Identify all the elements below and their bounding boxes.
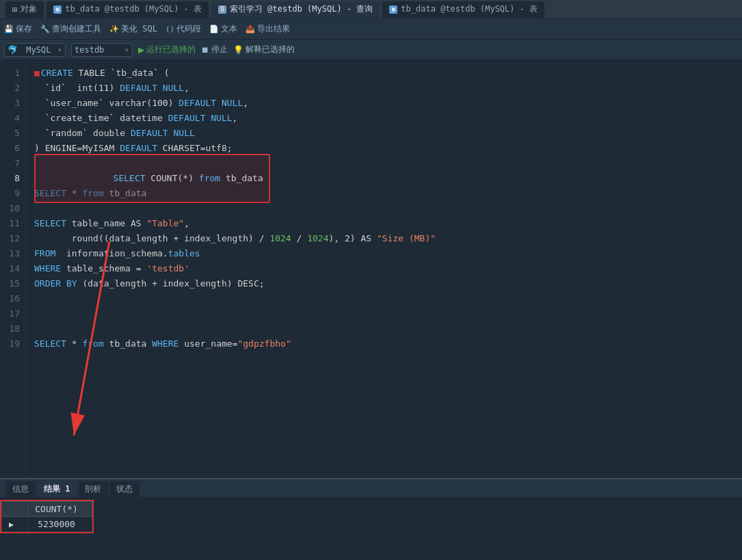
code-line-5: `random` double DEFAULT NULL xyxy=(34,126,742,141)
objects-icon: ⊞ xyxy=(12,5,17,14)
tab-info[interactable]: 信息 xyxy=(5,481,36,497)
row-number: ▶ xyxy=(2,517,28,532)
tab-query[interactable]: Q 索引学习 @testdb (MySQL) - 查询 xyxy=(211,1,380,18)
code-snippet-button[interactable]: () 代码段 xyxy=(165,23,201,35)
code-line-9: SELECT * from tb_data xyxy=(34,186,742,201)
database-select[interactable]: testdb ▾ xyxy=(71,43,133,57)
result-table: COUNT(*) ▶ 5230000 xyxy=(1,501,92,532)
chevron-icon2: ▾ xyxy=(124,45,129,55)
beautify-icon: ✨ xyxy=(109,25,119,34)
save-icon: 💾 xyxy=(4,25,14,34)
tab-table1[interactable]: ▦ tb_data @testdb (MySQL) - 表 xyxy=(47,1,209,18)
table-icon2: ▦ xyxy=(389,5,397,14)
save-button[interactable]: 💾 保存 xyxy=(4,23,32,35)
bottom-tabs: 信息 结果 1 剖析 状态 xyxy=(0,479,742,497)
tab-table2[interactable]: ▦ tb_data @testdb (MySQL) - 表 xyxy=(382,1,544,18)
row-number-header xyxy=(2,502,28,517)
code-line-8: SELECT COUNT(*) from tb_data xyxy=(34,171,742,186)
export-button[interactable]: 📤 导出结果 xyxy=(246,23,290,35)
code-line-10 xyxy=(34,201,742,216)
table-header-row: COUNT(*) xyxy=(2,502,92,517)
code-line-17 xyxy=(34,306,742,321)
query-icon: Q xyxy=(218,5,226,14)
code-line-1: ■CREATE TABLE `tb_data` ( xyxy=(34,66,742,81)
query-builder-icon: 🔧 xyxy=(40,25,50,34)
code-line-15: ORDER BY (data_length + index_length) DE… xyxy=(34,276,742,291)
text-button[interactable]: 📄 文本 xyxy=(209,23,237,35)
result-highlight-box: COUNT(*) ▶ 5230000 xyxy=(0,500,94,533)
code-line-12: round((data_length + index_length) / 102… xyxy=(34,231,742,246)
count-value: 5230000 xyxy=(28,517,92,532)
code-line-3: `user_name` varchar(100) DEFAULT NULL, xyxy=(34,96,742,111)
run-icon: ▶ xyxy=(138,45,144,55)
tab-objects[interactable]: ⊞ 对象 xyxy=(5,1,44,18)
tab-result-1[interactable]: 结果 1 xyxy=(37,481,77,497)
table-icon: ▦ xyxy=(53,5,62,14)
code-line-11: SELECT table_name AS "Table", xyxy=(34,216,742,231)
code-icon: () xyxy=(165,25,174,34)
bottom-panel: 信息 结果 1 剖析 状态 COUNT(*) xyxy=(0,478,742,560)
engine-select[interactable]: 🐬 MySQL ▾ xyxy=(4,43,66,57)
explain-button[interactable]: 💡 解释已选择的 xyxy=(233,44,295,55)
table-row: ▶ 5230000 xyxy=(2,517,92,532)
tab-status[interactable]: 状态 xyxy=(109,481,140,497)
db-toolbar: 🐬 MySQL ▾ testdb ▾ ▶ 运行已选择的 ⏹ 停止 💡 解释已选择… xyxy=(0,40,742,60)
export-icon: 📤 xyxy=(246,25,255,34)
beautify-button[interactable]: ✨ 美化 SQL xyxy=(109,23,157,35)
text-icon: 📄 xyxy=(209,25,219,34)
code-line-18 xyxy=(34,321,742,336)
explain-icon: 💡 xyxy=(233,45,243,55)
code-line-16 xyxy=(34,291,742,306)
title-bar: ⊞ 对象 ▦ tb_data @testdb (MySQL) - 表 Q 索引学… xyxy=(0,0,742,19)
run-button[interactable]: ▶ 运行已选择的 xyxy=(138,44,196,55)
count-column-header: COUNT(*) xyxy=(28,502,92,517)
toolbar: 💾 保存 🔧 查询创建工具 ✨ 美化 SQL () 代码段 📄 文本 📤 导出结… xyxy=(0,19,742,40)
code-line-19: SELECT * from tb_data WHERE user_name="g… xyxy=(34,336,742,351)
stop-button[interactable]: ⏹ 停止 xyxy=(201,44,228,55)
result-area: COUNT(*) ▶ 5230000 xyxy=(0,497,742,538)
code-line-13: FROM information_schema.tables xyxy=(34,246,742,261)
chevron-icon: ▾ xyxy=(57,45,62,55)
code-line-2: `id` int(11) DEFAULT NULL, xyxy=(34,81,742,96)
code-line-4: `create_time` datetime DEFAULT NULL, xyxy=(34,111,742,126)
stop-icon: ⏹ xyxy=(201,45,209,55)
code-line-14: WHERE table_schema = 'testdb' xyxy=(34,261,742,276)
query-builder-button[interactable]: 🔧 查询创建工具 xyxy=(40,23,101,35)
mysql-icon: 🐬 xyxy=(8,45,18,55)
tab-profile[interactable]: 剖析 xyxy=(78,481,108,497)
